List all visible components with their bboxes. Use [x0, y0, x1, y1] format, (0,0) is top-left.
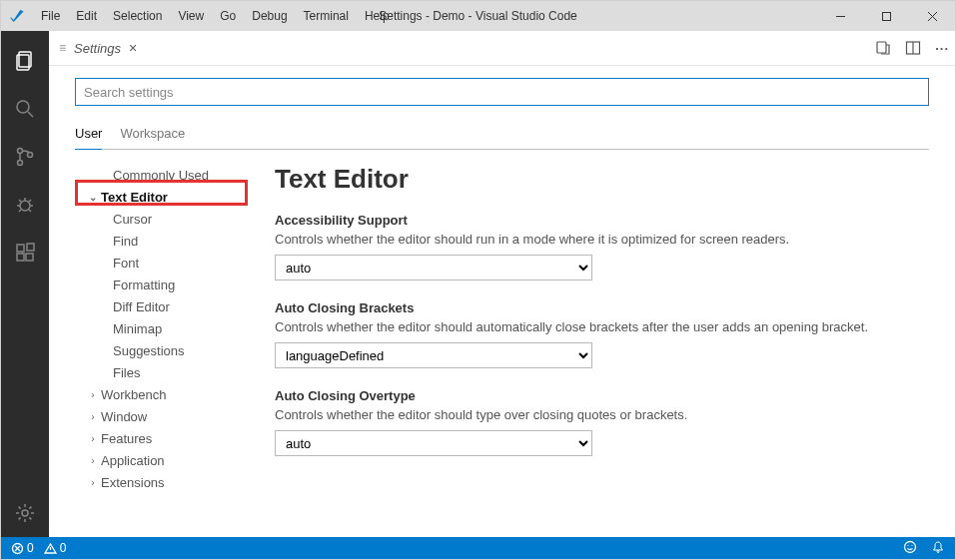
chevron-right-icon: ›: [87, 389, 99, 400]
tree-cursor[interactable]: Cursor: [75, 208, 251, 230]
svg-point-33: [911, 544, 912, 545]
app-window: File Edit Selection View Go Debug Termin…: [0, 0, 956, 560]
svg-line-15: [29, 200, 31, 202]
chevron-right-icon: ›: [87, 433, 99, 444]
chevron-right-icon: ›: [87, 455, 99, 466]
chevron-right-icon: ›: [87, 477, 99, 488]
open-settings-json-icon[interactable]: [875, 40, 891, 56]
menu-go[interactable]: Go: [212, 5, 244, 27]
svg-point-34: [937, 550, 939, 552]
svg-point-10: [28, 153, 33, 158]
tab-bar: ≡ Settings × ···: [49, 31, 955, 66]
svg-line-17: [29, 210, 31, 212]
tree-formatting[interactable]: Formatting: [75, 274, 251, 295]
setting-description: Controls whether the editor should autom…: [275, 319, 929, 334]
menu-terminal[interactable]: Terminal: [296, 5, 357, 27]
setting-auto-closing-overtype: Auto Closing Overtype Controls whether t…: [275, 388, 929, 456]
status-bell-icon[interactable]: [931, 540, 945, 557]
tab-label: Settings: [74, 41, 121, 56]
menu-debug[interactable]: Debug: [244, 5, 295, 27]
tree-commonly-used[interactable]: Commonly Used: [75, 164, 251, 186]
menu-edit[interactable]: Edit: [68, 5, 105, 27]
close-button[interactable]: [909, 1, 955, 31]
setting-description: Controls whether the editor should type …: [275, 407, 929, 422]
svg-point-8: [18, 149, 23, 154]
extensions-icon[interactable]: [1, 229, 49, 277]
settings-content: Text Editor Accessibility Support Contro…: [251, 160, 929, 537]
svg-line-14: [19, 200, 21, 202]
tree-text-editor[interactable]: ⌄ Text Editor: [75, 186, 251, 208]
scope-workspace[interactable]: Workspace: [120, 120, 185, 149]
setting-select-auto-closing-overtype[interactable]: auto: [275, 430, 592, 456]
chevron-down-icon: ⌄: [87, 192, 99, 203]
svg-rect-19: [17, 245, 24, 252]
settings-gear-icon[interactable]: [1, 489, 49, 537]
status-bar: 0 0: [1, 537, 955, 559]
menu-view[interactable]: View: [170, 5, 212, 27]
svg-line-7: [28, 112, 33, 117]
vscode-logo-icon: [9, 8, 25, 24]
status-errors[interactable]: 0: [11, 541, 34, 555]
tree-features[interactable]: ›Features: [75, 427, 251, 449]
minimize-button[interactable]: [817, 1, 863, 31]
svg-point-23: [22, 510, 28, 516]
search-settings-input[interactable]: Search settings: [75, 78, 929, 106]
tree-application[interactable]: ›Application: [75, 449, 251, 471]
settings-tab-icon: ≡: [59, 41, 66, 55]
svg-point-31: [905, 541, 916, 552]
setting-label: Auto Closing Overtype: [275, 388, 929, 403]
svg-rect-22: [27, 244, 34, 251]
status-warnings[interactable]: 0: [44, 541, 67, 555]
activity-bar: [1, 31, 49, 537]
explorer-icon[interactable]: [1, 37, 49, 85]
section-heading: Text Editor: [275, 164, 929, 195]
tab-settings[interactable]: ≡ Settings ×: [49, 31, 147, 66]
debug-icon[interactable]: [1, 181, 49, 229]
more-actions-icon[interactable]: ···: [935, 41, 949, 56]
svg-rect-21: [26, 254, 33, 261]
settings-body: Search settings User Workspace Commonly …: [49, 66, 955, 537]
title-bar: File Edit Selection View Go Debug Termin…: [1, 1, 955, 31]
setting-label: Auto Closing Brackets: [275, 300, 929, 315]
setting-select-auto-closing-brackets[interactable]: languageDefined: [275, 342, 592, 368]
main-area: ≡ Settings × ··· Search settings: [1, 31, 955, 537]
status-feedback-icon[interactable]: [903, 540, 917, 557]
tree-extensions[interactable]: ›Extensions: [75, 471, 251, 493]
search-icon[interactable]: [1, 85, 49, 133]
menu-selection[interactable]: Selection: [105, 5, 170, 27]
svg-rect-1: [882, 12, 890, 20]
svg-line-16: [19, 210, 21, 212]
svg-rect-20: [17, 254, 24, 261]
window-controls: [817, 1, 955, 31]
setting-label: Accessibility Support: [275, 213, 929, 228]
menu-file[interactable]: File: [33, 5, 68, 27]
search-placeholder: Search settings: [84, 85, 174, 100]
setting-accessibility-support: Accessibility Support Controls whether t…: [275, 213, 929, 280]
settings-split: Commonly Used ⌄ Text Editor Cursor Find …: [75, 160, 929, 537]
setting-description: Controls whether the editor should run i…: [275, 232, 929, 247]
split-editor-icon[interactable]: [905, 40, 921, 56]
window-title: Settings - Demo - Visual Studio Code: [379, 9, 577, 23]
svg-point-11: [20, 201, 30, 211]
tree-find[interactable]: Find: [75, 230, 251, 252]
tree-minimap[interactable]: Minimap: [75, 317, 251, 339]
chevron-right-icon: ›: [87, 411, 99, 422]
scope-tabs: User Workspace: [75, 120, 929, 150]
tab-actions: ···: [875, 40, 949, 56]
tree-suggestions[interactable]: Suggestions: [75, 339, 251, 361]
tree-window[interactable]: ›Window: [75, 405, 251, 427]
editor-area: ≡ Settings × ··· Search settings: [49, 31, 955, 537]
svg-point-6: [17, 101, 29, 113]
tree-files[interactable]: Files: [75, 361, 251, 383]
tree-diff-editor[interactable]: Diff Editor: [75, 295, 251, 317]
close-tab-icon[interactable]: ×: [129, 40, 137, 56]
svg-point-32: [907, 544, 908, 545]
setting-auto-closing-brackets: Auto Closing Brackets Controls whether t…: [275, 300, 929, 368]
source-control-icon[interactable]: [1, 133, 49, 181]
menu-bar: File Edit Selection View Go Debug Termin…: [33, 5, 398, 27]
scope-user[interactable]: User: [75, 120, 102, 150]
maximize-button[interactable]: [863, 1, 909, 31]
tree-font[interactable]: Font: [75, 252, 251, 274]
setting-select-accessibility[interactable]: auto: [275, 255, 592, 280]
tree-workbench[interactable]: ›Workbench: [75, 383, 251, 405]
